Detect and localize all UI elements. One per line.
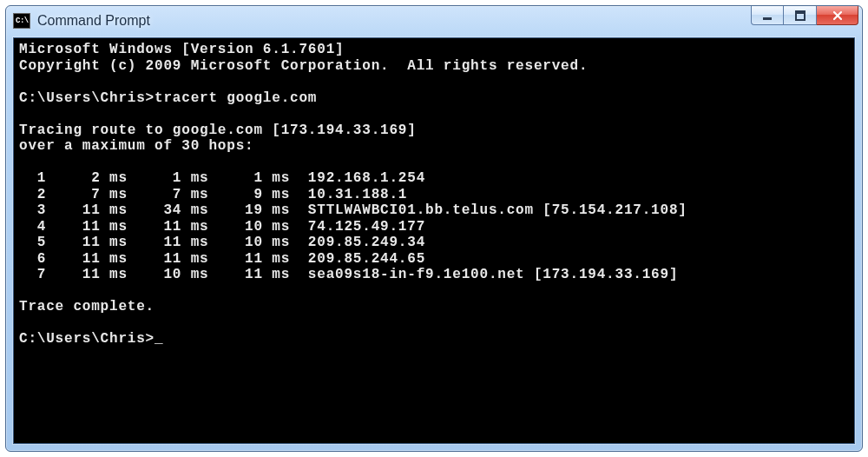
command-prompt-window: C:\ Command Prompt Microsoft W <box>5 5 863 452</box>
close-button[interactable] <box>817 6 858 25</box>
maximize-icon <box>795 10 806 21</box>
app-icon: C:\ <box>13 13 30 29</box>
app-icon-label: C:\ <box>16 17 29 25</box>
terminal-output: Microsoft Windows [Version 6.1.7601] Cop… <box>19 42 849 348</box>
titlebar[interactable]: C:\ Command Prompt <box>6 6 862 36</box>
window-controls <box>751 6 858 36</box>
terminal-area[interactable]: Microsoft Windows [Version 6.1.7601] Cop… <box>13 37 855 444</box>
maximize-button[interactable] <box>784 6 817 25</box>
svg-rect-0 <box>763 17 772 20</box>
svg-rect-2 <box>796 11 805 14</box>
window-title: Command Prompt <box>37 6 751 36</box>
close-icon <box>832 10 844 21</box>
minimize-icon <box>762 10 773 21</box>
minimize-button[interactable] <box>751 6 784 25</box>
